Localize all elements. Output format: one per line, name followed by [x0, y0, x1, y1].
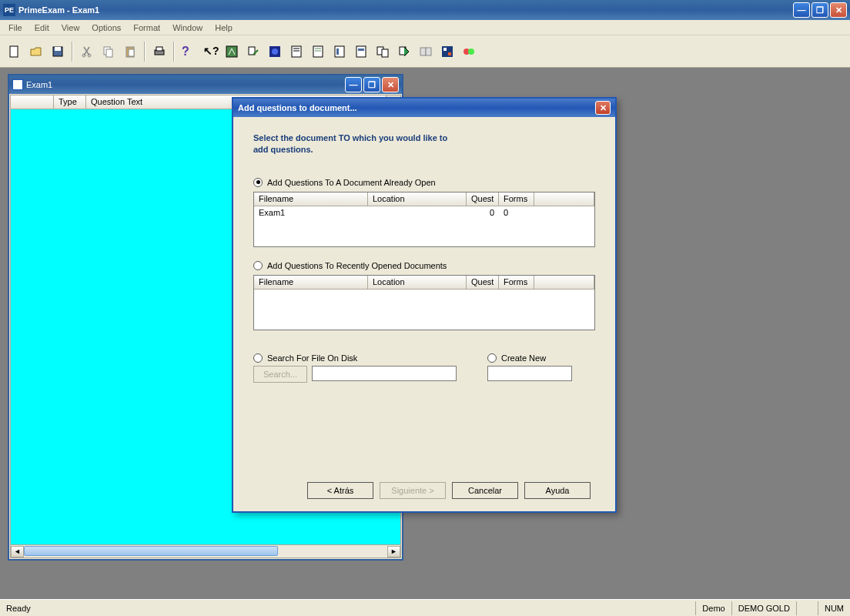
hdr-location[interactable]: Location [368, 192, 467, 206]
minimize-button[interactable]: — [793, 2, 810, 18]
mdi-area: Exam1 — ❐ ✕ Type Question Text ◄ ► Add q… [0, 68, 850, 599]
open-icon[interactable] [26, 42, 46, 62]
paste-icon[interactable] [120, 42, 140, 62]
hdr-filename[interactable]: Filename [254, 192, 368, 206]
svg-point-34 [468, 49, 474, 55]
new-icon[interactable] [5, 42, 25, 62]
copy-icon[interactable] [99, 42, 119, 62]
hdr2-filename[interactable]: Filename [254, 276, 368, 289]
help-button[interactable]: Ayuda [524, 482, 591, 499]
cancel-button[interactable]: Cancelar [452, 482, 518, 499]
close-button[interactable]: ✕ [830, 2, 847, 18]
option-search[interactable]: Search For File On Disk [253, 353, 457, 363]
child-maximize-button[interactable]: ❐ [363, 77, 380, 92]
svg-rect-28 [420, 48, 426, 55]
menu-edit[interactable]: Edit [29, 22, 55, 34]
open-doc-row[interactable]: Exam1 0 0 [254, 206, 594, 219]
radio-recent[interactable] [253, 261, 263, 270]
cut-icon[interactable] [77, 42, 97, 62]
dialog-heading-line2: add questions. [253, 144, 595, 156]
tool-4-icon[interactable] [286, 42, 306, 62]
open-docs-list[interactable]: Filename Location Quest Forms Exam1 0 0 [253, 192, 595, 247]
menu-format[interactable]: Format [128, 22, 166, 34]
option-already-open[interactable]: Add Questions To A Document Already Open [253, 178, 595, 187]
scroll-right-icon[interactable]: ► [387, 546, 400, 557]
tool-3-icon[interactable] [265, 42, 285, 62]
label-recent: Add Questions To Recently Opened Documen… [267, 261, 447, 270]
tool-5-icon[interactable] [308, 42, 328, 62]
back-button[interactable]: < Atrás [307, 482, 373, 499]
hdr2-quest[interactable]: Quest [467, 276, 499, 289]
context-help-icon[interactable]: ↖? [200, 42, 220, 62]
child-minimize-button[interactable]: — [345, 77, 362, 92]
label-already-open: Add Questions To A Document Already Open [267, 178, 436, 187]
add-questions-dialog: Add questions to document... ✕ Select th… [232, 97, 617, 513]
svg-rect-23 [356, 46, 366, 57]
radio-create-new[interactable] [487, 353, 497, 363]
svg-rect-31 [443, 48, 447, 51]
maximize-button[interactable]: ❐ [812, 2, 828, 18]
svg-rect-15 [292, 46, 301, 57]
hdr-forms[interactable]: Forms [499, 192, 534, 206]
search-path-input [312, 366, 457, 381]
child-titlebar[interactable]: Exam1 — ❐ ✕ [9, 75, 402, 94]
menu-help[interactable]: Help [209, 22, 238, 34]
tool-2-icon[interactable] [243, 42, 263, 62]
scroll-thumb[interactable] [24, 546, 278, 556]
svg-rect-26 [382, 49, 388, 57]
help-icon[interactable]: ? [179, 42, 199, 62]
tool-1-icon[interactable] [222, 42, 242, 62]
horizontal-scrollbar[interactable]: ◄ ► [11, 544, 400, 557]
hdr-blank[interactable] [534, 192, 594, 206]
svg-rect-8 [129, 49, 134, 56]
status-num: NUM [818, 601, 850, 615]
col-type[interactable]: Type [54, 95, 86, 109]
app-title: PrimeExam - Exam1 [18, 5, 793, 15]
hdr2-blank[interactable] [534, 276, 594, 289]
dialog-title: Add questions to document... [238, 103, 595, 112]
status-demo: Demo [695, 601, 731, 615]
hdr2-forms[interactable]: Forms [499, 276, 534, 289]
dialog-titlebar[interactable]: Add questions to document... ✕ [233, 99, 615, 117]
recent-docs-list[interactable]: Filename Location Quest Forms [253, 275, 595, 330]
tool-11-icon[interactable] [437, 42, 457, 62]
tool-10-icon[interactable] [416, 42, 436, 62]
radio-search[interactable] [253, 353, 263, 363]
menu-file[interactable]: File [3, 22, 28, 34]
tool-6-icon[interactable] [330, 42, 350, 62]
svg-rect-2 [55, 47, 61, 51]
dialog-heading: Select the document TO which you would l… [253, 132, 595, 156]
svg-rect-6 [106, 49, 112, 57]
status-demogold: DEMO GOLD [731, 601, 796, 615]
svg-rect-22 [336, 49, 339, 55]
option-create-new[interactable]: Create New [487, 353, 595, 363]
radio-already-open[interactable] [253, 178, 263, 187]
label-create-new: Create New [501, 353, 546, 363]
dialog-button-row: < Atrás Siguiente > Cancelar Ayuda [253, 473, 595, 500]
svg-rect-10 [156, 47, 162, 51]
tool-9-icon[interactable] [394, 42, 414, 62]
status-blank [796, 601, 818, 615]
menu-window[interactable]: Window [167, 22, 208, 34]
col-blank[interactable] [11, 95, 54, 109]
menu-view[interactable]: View [56, 22, 85, 34]
create-new-input[interactable] [487, 366, 572, 381]
svg-rect-0 [10, 46, 18, 57]
print-icon[interactable] [149, 42, 169, 62]
menu-options[interactable]: Options [86, 22, 126, 34]
save-icon[interactable] [48, 42, 68, 62]
tool-8-icon[interactable] [373, 42, 393, 62]
child-close-button[interactable]: ✕ [382, 77, 399, 92]
scroll-left-icon[interactable]: ◄ [11, 546, 24, 557]
next-button: Siguiente > [380, 482, 446, 499]
hdr2-location[interactable]: Location [368, 276, 467, 289]
tool-7-icon[interactable] [351, 42, 371, 62]
hdr-quest[interactable]: Quest [467, 192, 499, 206]
search-button: Search... [253, 366, 307, 383]
cell-quest: 0 [467, 208, 499, 217]
dialog-close-button[interactable]: ✕ [595, 101, 611, 115]
scroll-track[interactable] [24, 546, 387, 557]
option-recent[interactable]: Add Questions To Recently Opened Documen… [253, 261, 595, 270]
tool-12-icon[interactable] [459, 42, 479, 62]
svg-point-14 [272, 49, 278, 55]
